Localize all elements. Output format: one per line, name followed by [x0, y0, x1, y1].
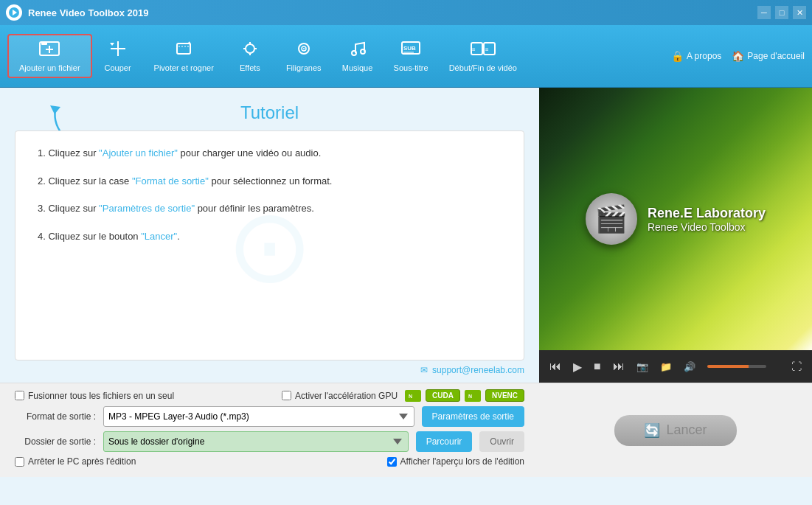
add-file-label: Ajouter un fichier — [19, 63, 80, 72]
toolbar: Ajouter un fichier Couper Pivoter et rog… — [0, 25, 812, 88]
toolbar-right: 🔒 A propos 🏠 Page d'accueil — [671, 50, 805, 62]
bottom-row-2: Format de sortie : MP3 - MPEG Layer-3 Au… — [15, 406, 524, 427]
nvenc-badge: NVENC — [485, 389, 524, 402]
app-icon — [6, 4, 22, 21]
svg-marker-8 — [110, 43, 114, 46]
bottom-right: 🔄 Lancer — [539, 389, 812, 471]
fullscreen-button[interactable]: ⛶ — [788, 358, 805, 375]
output-folder-select[interactable]: Sous le dossier d'origine — [103, 431, 409, 452]
app-title: Renee Video Toolbox 2019 — [28, 7, 757, 18]
play-button[interactable]: ▶ — [570, 357, 585, 377]
email-icon: ✉ — [420, 365, 428, 375]
bottom-row-4: Arrêter le PC après l'édition Afficher l… — [15, 456, 524, 467]
svg-text:≡: ≡ — [472, 46, 476, 53]
open-button[interactable]: Ouvrir — [479, 431, 524, 452]
home-icon: 🏠 — [732, 50, 744, 62]
tutorial-step-3: 3. Cliquez sur "Paramètres de sortie" po… — [38, 201, 502, 216]
cuda-badge: CUDA — [426, 389, 460, 402]
logo-line2: Renee Video Toolbox — [648, 221, 766, 233]
gpu-checkbox[interactable] — [282, 391, 291, 400]
tutorial-panel: Tutoriel ⊙ 1. Cliquez sur "Ajouter un fi… — [0, 88, 539, 383]
video-controls-bar: ⏮ ▶ ■ ⏭ 📷 📁 🔊 ⛶ — [539, 350, 812, 383]
toolbar-music[interactable]: Musique — [332, 35, 384, 77]
svg-point-20 — [361, 49, 365, 54]
subtitle-label: Sous-titre — [394, 63, 428, 72]
gpu-label: Activer l'accélération GPU — [295, 391, 398, 401]
output-format-select[interactable]: MP3 - MPEG Layer-3 Audio (*.mp3) — [103, 406, 414, 427]
add-file-icon — [39, 40, 60, 60]
video-preview: 🎬 Rene.E Laboratory Renee Video Toolbox — [539, 88, 812, 350]
launch-button[interactable]: 🔄 Lancer — [614, 415, 736, 446]
merge-checkbox-label[interactable]: Fusionner tous les fichiers en un seul — [15, 391, 174, 401]
main-area: Tutoriel ⊙ 1. Cliquez sur "Ajouter un fi… — [0, 88, 812, 383]
effects-label: Effets — [240, 63, 260, 72]
merge-checkbox[interactable] — [15, 391, 24, 400]
toolbar-start-end[interactable]: ≡ ≡ Début/Fin de vidéo — [439, 35, 527, 77]
output-format-label: Format de sortie : — [15, 411, 96, 422]
support-email[interactable]: support@reneelab.com — [432, 365, 524, 375]
tutorial-title: Tutoriel — [240, 102, 299, 123]
toolbar-watermark[interactable]: Filigranes — [276, 35, 332, 77]
preview-checkbox[interactable] — [387, 457, 397, 467]
lock-icon: 🔒 — [671, 50, 684, 62]
video-panel: 🎬 Rene.E Laboratory Renee Video Toolbox … — [539, 88, 812, 383]
cut-label: Couper — [105, 63, 131, 72]
stop-pc-checkbox[interactable] — [15, 457, 24, 467]
cut-icon — [108, 40, 128, 60]
stop-pc-label: Arrêter le PC après l'édition — [28, 456, 136, 467]
gpu-checkbox-label[interactable]: Activer l'accélération GPU — [282, 391, 398, 401]
toolbar-subtitle[interactable]: SUB Sous-titre — [384, 35, 439, 77]
folder-button[interactable]: 📁 — [657, 358, 675, 375]
output-params-button[interactable]: Paramètres de sortie — [422, 406, 524, 427]
maximize-button[interactable]: □ — [775, 6, 788, 19]
highlight-3: "Paramètres de sortie" — [99, 203, 195, 214]
svg-text:N: N — [409, 394, 412, 399]
next-button[interactable]: ⏭ — [610, 357, 628, 376]
about-button[interactable]: 🔒 A propos — [671, 50, 721, 62]
video-logo: 🎬 Rene.E Laboratory Renee Video Toolbox — [571, 178, 780, 260]
prev-button[interactable]: ⏮ — [546, 357, 564, 376]
toolbar-add-file[interactable]: Ajouter un fichier — [7, 34, 92, 78]
preview-checkbox-label[interactable]: Afficher l'aperçu lors de l'édition — [387, 456, 524, 467]
stop-button[interactable]: ■ — [591, 357, 604, 376]
screenshot-button[interactable]: 📷 — [634, 358, 651, 375]
svg-text:N: N — [468, 394, 472, 399]
bottom-row-3: Dossier de sortie : Sous le dossier d'or… — [15, 431, 524, 452]
highlight-1: "Ajouter un fichier" — [99, 147, 178, 159]
bottom-row-1: Fusionner tous les fichiers en un seul A… — [15, 389, 524, 402]
start-end-icon: ≡ ≡ — [471, 40, 496, 60]
svg-point-18 — [303, 48, 305, 49]
svg-rect-3 — [41, 42, 47, 45]
logo-line1: Rene.E Laboratory — [648, 206, 766, 221]
svg-point-11 — [246, 44, 254, 53]
tutorial-box: ⊙ 1. Cliquez sur "Ajouter un fichier" po… — [15, 130, 524, 361]
toolbar-effects[interactable]: Effets — [224, 35, 276, 77]
volume-button[interactable]: 🔊 — [681, 358, 698, 375]
highlight-4: "Lancer" — [141, 231, 177, 242]
browse-button[interactable]: Parcourir — [416, 431, 473, 452]
output-folder-label: Dossier de sortie : — [15, 436, 96, 447]
nvidia-nvenc-icon: N — [465, 390, 481, 402]
tutorial-step-1: 1. Cliquez sur "Ajouter un fichier" pour… — [38, 146, 502, 161]
svg-text:SUB: SUB — [403, 45, 416, 52]
tutorial-step-4: 4. Cliquez sur le bouton "Lancer". — [38, 229, 502, 244]
tutorial-footer: ✉ support@reneelab.com — [15, 361, 524, 375]
toolbar-rotate-crop[interactable]: Pivoter et rogner — [144, 35, 224, 77]
music-label: Musique — [342, 63, 373, 72]
about-label: A propos — [687, 51, 721, 61]
rotate-crop-label: Pivoter et rogner — [154, 63, 214, 72]
volume-slider[interactable] — [707, 365, 766, 368]
stop-pc-checkbox-label[interactable]: Arrêter le PC après l'édition — [15, 456, 136, 467]
svg-text:≡: ≡ — [485, 46, 489, 53]
close-button[interactable]: ✕ — [793, 6, 806, 19]
launch-label: Lancer — [666, 422, 707, 438]
window-controls: ─ □ ✕ — [757, 6, 806, 19]
tutorial-step-2: 2. Cliquez sur la case "Format de sortie… — [38, 174, 502, 189]
home-button[interactable]: 🏠 Page d'accueil — [732, 50, 805, 62]
svg-rect-9 — [177, 43, 190, 54]
minimize-button[interactable]: ─ — [757, 6, 771, 19]
subtitle-icon: SUB — [400, 40, 421, 60]
bottom-left: Fusionner tous les fichiers en un seul A… — [0, 389, 539, 471]
watermark-icon — [294, 40, 313, 60]
toolbar-cut[interactable]: Couper — [92, 35, 144, 77]
